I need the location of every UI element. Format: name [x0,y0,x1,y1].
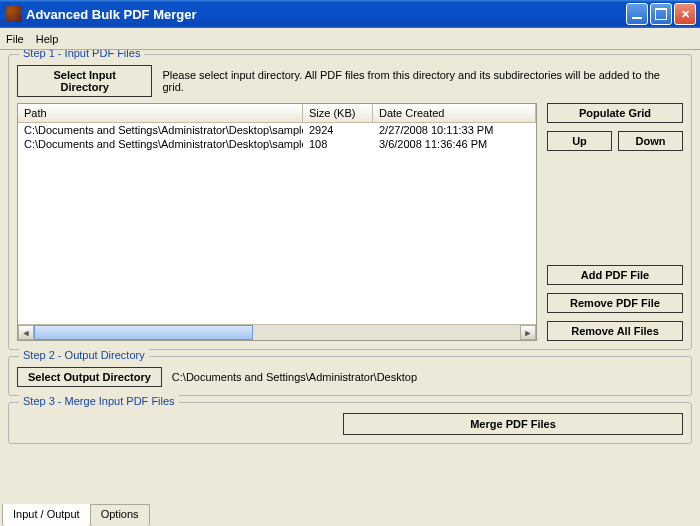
step2-legend: Step 2 - Output Directory [19,349,149,361]
output-directory-path: C:\Documents and Settings\Administrator\… [172,371,417,383]
cell-path: C:\Documents and Settings\Administrator\… [18,123,303,137]
step3-group: Step 3 - Merge Input PDF Files Merge PDF… [8,402,692,444]
menu-bar: File Help [0,28,700,50]
tab-options[interactable]: Options [90,504,150,526]
scroll-left-icon[interactable]: ◄ [18,325,34,340]
column-date[interactable]: Date Created [373,104,536,122]
add-pdf-button[interactable]: Add PDF File [547,265,683,285]
down-button[interactable]: Down [618,131,683,151]
side-buttons: Populate Grid Up Down Add PDF File Remov… [547,103,683,341]
select-output-directory-button[interactable]: Select Output Directory [17,367,162,387]
close-button[interactable] [674,3,696,25]
minimize-button[interactable] [626,3,648,25]
scroll-thumb[interactable] [34,325,253,340]
remove-pdf-button[interactable]: Remove PDF File [547,293,683,313]
populate-grid-button[interactable]: Populate Grid [547,103,683,123]
table-row[interactable]: C:\Documents and Settings\Administrator\… [18,123,536,137]
up-button[interactable]: Up [547,131,612,151]
cell-size: 2924 [303,123,373,137]
file-grid[interactable]: Path Size (KB) Date Created C:\Documents… [17,103,537,341]
maximize-button[interactable] [650,3,672,25]
column-path[interactable]: Path [18,104,303,122]
window-controls [626,3,696,25]
step3-legend: Step 3 - Merge Input PDF Files [19,395,179,407]
title-bar: Advanced Bulk PDF Merger [0,0,700,28]
grid-header: Path Size (KB) Date Created [18,104,536,123]
tab-input-output[interactable]: Input / Output [2,504,91,526]
step2-group: Step 2 - Output Directory Select Output … [8,356,692,396]
step1-legend: Step 1 - Input PDF Files [19,50,144,59]
table-row[interactable]: C:\Documents and Settings\Administrator\… [18,137,536,151]
content-area: Step 1 - Input PDF Files Select Input Di… [0,50,700,504]
cell-path: C:\Documents and Settings\Administrator\… [18,137,303,151]
bottom-tabs: Input / Output Options [0,504,149,526]
scroll-right-icon[interactable]: ► [520,325,536,340]
horizontal-scrollbar[interactable]: ◄ ► [18,324,536,340]
column-size[interactable]: Size (KB) [303,104,373,122]
cell-date: 3/6/2008 11:36:46 PM [373,137,536,151]
grid-body: C:\Documents and Settings\Administrator\… [18,123,536,324]
cell-date: 2/27/2008 10:11:33 PM [373,123,536,137]
scroll-track[interactable] [34,325,520,340]
menu-file[interactable]: File [6,33,24,45]
window-title: Advanced Bulk PDF Merger [26,7,626,22]
remove-all-button[interactable]: Remove All Files [547,321,683,341]
merge-pdf-button[interactable]: Merge PDF Files [343,413,683,435]
select-input-directory-button[interactable]: Select Input Directory [17,65,152,97]
menu-help[interactable]: Help [36,33,59,45]
cell-size: 108 [303,137,373,151]
app-icon [6,6,22,22]
step1-instruction: Please select input directory. All PDF f… [162,69,683,93]
step1-group: Step 1 - Input PDF Files Select Input Di… [8,54,692,350]
